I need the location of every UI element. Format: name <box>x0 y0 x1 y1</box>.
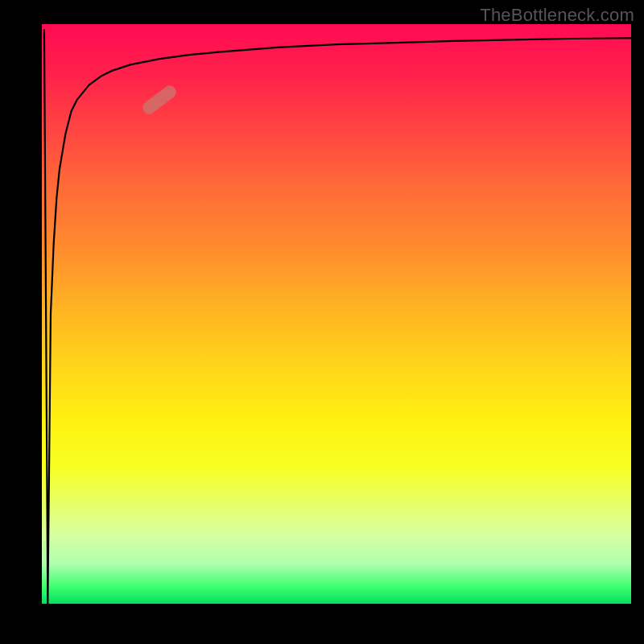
chart-plot-area <box>42 24 631 604</box>
curve-line <box>42 24 631 604</box>
watermark-text: TheBottleneck.com <box>480 5 634 26</box>
